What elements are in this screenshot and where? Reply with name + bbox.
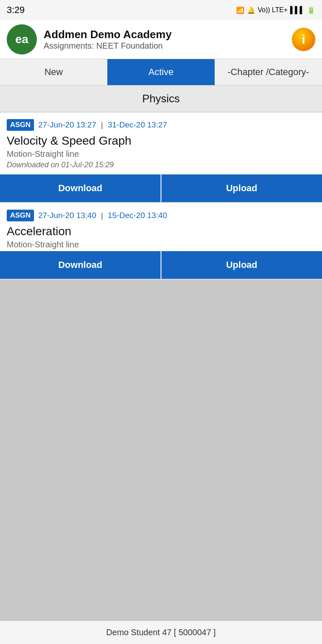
header-info: Addmen Demo Academy Assignments: NEET Fo… [44,28,285,51]
asgn-date-separator: | [101,120,103,129]
tab-chapter-category[interactable]: -Chapter /Category- [215,59,322,85]
upload-button[interactable]: Upload [161,251,322,279]
signal-icon: ▌▌▌ [290,6,304,14]
tab-new[interactable]: New [0,59,107,85]
assignment-actions: Download Upload [0,251,322,279]
logo-text: ea [15,34,28,45]
asgn-date-start: 27-Jun-20 13:27 [38,120,96,129]
asgn-badge: ASGN [7,210,34,221]
assignment-category: Motion-Straight line [7,240,315,249]
upload-button[interactable]: Upload [161,174,322,202]
assignment-title: Acceleration [7,225,315,238]
download-button[interactable]: Download [0,251,161,279]
network-label: Vo)) LTE+ [258,6,288,14]
app-header: ea Addmen Demo Academy Assignments: NEET… [0,20,322,59]
tab-bar: New Active -Chapter /Category- [0,59,322,86]
assignment-header: ASGN 27-Jun-20 13:40 | 15-Dec-20 13:40 [7,210,315,221]
tab-active[interactable]: Active [107,59,215,85]
battery-icon: 🔋 [307,6,315,14]
assignments-list: ASGN 27-Jun-20 13:27 | 31-Dec-20 13:27 V… [0,112,322,280]
asgn-date-end: 31-Dec-20 13:27 [108,120,167,129]
wifi-icon: 📶 [236,6,244,14]
app-title: Addmen Demo Academy [44,28,285,41]
assignment-category: Motion-Straight line [7,149,315,159]
status-icons: 📶 🔔 Vo)) LTE+ ▌▌▌ 🔋 [236,6,315,14]
assignment-title: Velocity & Speed Graph [7,134,315,148]
section-title: Physics [142,92,180,105]
footer-text: Demo Student 47 [ 5000047 ] [106,628,216,637]
assignment-card: ASGN 27-Jun-20 13:40 | 15-Dec-20 13:40 A… [0,203,322,280]
asgn-date-separator: | [101,211,103,220]
asgn-badge: ASGN [7,119,34,131]
assignment-header: ASGN 27-Jun-20 13:27 | 31-Dec-20 13:27 [7,119,315,131]
download-button[interactable]: Download [0,174,161,202]
status-bar: 3:29 📶 🔔 Vo)) LTE+ ▌▌▌ 🔋 [0,0,322,20]
notification-icon: 🔔 [247,6,255,14]
empty-content-area [0,280,322,621]
asgn-date-end: 15-Dec-20 13:40 [108,211,167,220]
asgn-date-start: 27-Jun-20 13:40 [38,211,96,220]
info-button[interactable]: i [292,28,315,51]
section-header: Physics [0,86,322,112]
app-logo: ea [7,24,37,55]
assignment-actions: Download Upload [0,174,322,202]
app-subtitle: Assignments: NEET Foundation [44,41,285,51]
footer: Demo Student 47 [ 5000047 ] [0,621,322,644]
assignment-downloaded: Downloaded on 01-Jul-20 15:29 [7,161,315,169]
assignment-card: ASGN 27-Jun-20 13:27 | 31-Dec-20 13:27 V… [0,112,322,203]
status-time: 3:29 [7,5,25,16]
